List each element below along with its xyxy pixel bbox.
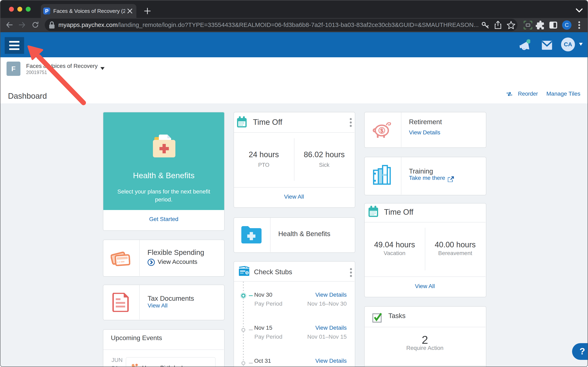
svg-text:$: $	[380, 128, 383, 134]
svg-text:P: P	[45, 8, 49, 14]
svg-text:$: $	[246, 271, 248, 275]
